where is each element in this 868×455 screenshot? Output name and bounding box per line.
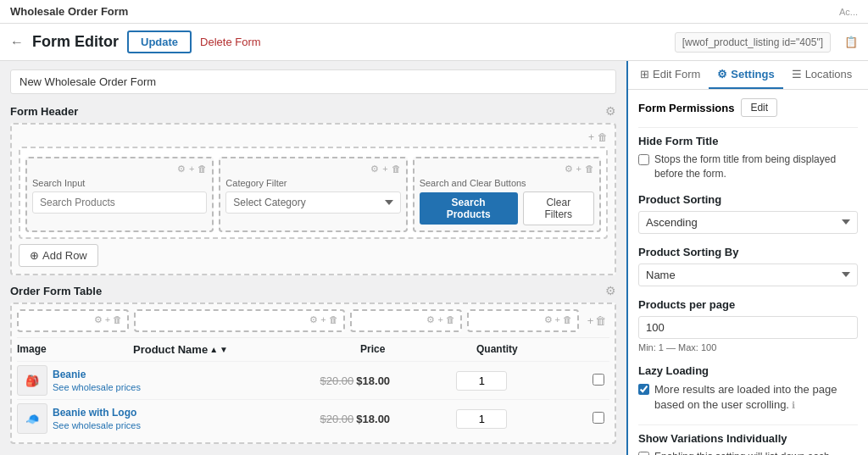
wholesale-link-1[interactable]: See wholesale prices [53, 420, 141, 430]
settings-tab-label: Settings [731, 68, 774, 80]
category-filter-select[interactable]: Select Category [225, 191, 400, 214]
table-col-controls-row: ⚙ + 🗑 ⚙ + 🗑 ⚙ [17, 309, 609, 332]
buttons-col-delete-icon[interactable]: 🗑 [585, 164, 594, 175]
main-layout: Form Header ⚙ + 🗑 ⚙ + [0, 61, 868, 455]
buttons-col-gear-icon[interactable]: ⚙ [565, 164, 573, 175]
search-buttons-label: Search and Clear Buttons [420, 178, 594, 188]
product-price-cell-0: $20.00 $18.00 [320, 375, 452, 387]
form-header-title: Form Header [10, 105, 78, 118]
qty-input-1[interactable] [456, 409, 507, 429]
tab-settings[interactable]: ⚙ Settings [709, 61, 782, 89]
product-sorting-select[interactable]: Ascending Descending [638, 211, 858, 234]
sort-desc-icon[interactable]: ▼ [220, 345, 228, 354]
order-table-title: Order Form Table [10, 285, 102, 297]
order-table-gear-icon[interactable]: ⚙ [605, 284, 616, 297]
category-col-controls: ⚙ + 🗑 [225, 164, 400, 175]
back-button[interactable]: ← [10, 35, 24, 50]
buttons-col-controls: ⚙ + 🗑 [420, 164, 594, 175]
search-input-column: ⚙ + 🗑 Search Input [25, 157, 214, 232]
product-checkbox-0[interactable] [593, 374, 604, 386]
product-qty-cell-1 [456, 409, 587, 429]
lazy-loading-label: Lazy Loading [638, 364, 858, 377]
add-col-plus: + [587, 314, 594, 327]
add-col-btn[interactable]: + 🗑 [584, 309, 609, 332]
add-row-plus-icon: ⊕ [30, 249, 39, 262]
qty-input-0[interactable] [456, 371, 507, 391]
page-title: Form Editor [32, 33, 119, 51]
search-products-button[interactable]: Search Products [420, 192, 518, 225]
category-col-delete-icon[interactable]: 🗑 [392, 164, 401, 175]
product-name-cell-0: Beanie See wholesale prices [53, 368, 315, 393]
shortcode-display: [wwof_product_listing id="405"] [675, 32, 831, 53]
price-col-add[interactable]: + [437, 314, 442, 325]
category-col-add-icon[interactable]: + [382, 164, 387, 175]
wholesale-link-0[interactable]: See wholesale prices [53, 382, 141, 392]
products-per-page-label: Products per page [638, 298, 858, 311]
right-panel: ⊞ Edit Form ⚙ Settings ☰ Locations Form … [626, 61, 868, 455]
lazy-loading-checkbox[interactable] [638, 384, 649, 395]
price-col-gear[interactable]: ⚙ [426, 314, 435, 325]
update-button[interactable]: Update [127, 31, 192, 53]
qty-col-gear[interactable]: ⚙ [544, 314, 553, 325]
products-per-page-input[interactable] [638, 316, 858, 339]
delete-form-button[interactable]: Delete Form [200, 36, 261, 48]
products-per-page-section: Products per page Min: 1 — Max: 100 [638, 298, 858, 352]
tab-edit-form[interactable]: ⊞ Edit Form [632, 61, 709, 89]
settings-tab-icon: ⚙ [717, 68, 727, 80]
product-link-1[interactable]: Beanie with Logo [53, 407, 136, 419]
qty-col-add[interactable]: + [555, 314, 560, 325]
form-header-gear-icon[interactable]: ⚙ [605, 104, 616, 118]
settings-content: Form Permissions Edit Hide Form Title St… [628, 90, 868, 455]
sort-asc-icon[interactable]: ▲ [209, 345, 218, 354]
search-buttons-group: Search Products Clear Filters [420, 191, 594, 225]
img-col-add[interactable]: + [105, 314, 110, 325]
search-products-input[interactable] [32, 191, 207, 214]
product-qty-cell-0 [456, 371, 587, 391]
show-variations-checkbox[interactable] [638, 452, 649, 455]
lazy-loading-info-icon[interactable]: ℹ [792, 400, 795, 410]
name-col-gear[interactable]: ⚙ [309, 314, 318, 325]
name-col-ctrl: ⚙ + 🗑 [134, 309, 344, 332]
product-sorting-by-label: Product Sorting By [638, 246, 858, 258]
product-link-0[interactable]: Beanie [53, 369, 86, 380]
img-col-del[interactable]: 🗑 [113, 314, 122, 325]
row-add-col-icon[interactable]: + [588, 131, 594, 143]
tabs-row: ⊞ Edit Form ⚙ Settings ☰ Locations [628, 61, 868, 90]
search-col-delete-icon[interactable]: 🗑 [198, 164, 207, 175]
hide-form-title-checkbox[interactable] [638, 154, 649, 165]
hide-form-title-section: Hide Form Title Stops the form title fro… [638, 135, 858, 181]
product-checkbox-1[interactable] [593, 412, 604, 424]
edit-form-tab-icon: ⊞ [640, 68, 649, 80]
product-check-1[interactable] [593, 412, 609, 426]
price-col-del[interactable]: 🗑 [446, 314, 455, 325]
table-header-row: Image Product Name ▲ ▼ Price Quantity [17, 337, 609, 356]
form-rows-area: + 🗑 ⚙ + 🗑 Search Input [10, 123, 616, 275]
quantity-th: Quantity [476, 343, 587, 356]
search-input-label: Search Input [32, 178, 207, 188]
divider-1 [638, 127, 858, 128]
show-variations-row: Enabling this setting will list down eac… [638, 450, 858, 455]
tab-locations[interactable]: ☰ Locations [783, 61, 861, 89]
form-name-input[interactable] [10, 69, 616, 94]
show-variations-section: Show Variations Individually Enabling th… [638, 432, 858, 455]
image-th: Image [17, 343, 128, 356]
search-buttons-column: ⚙ + 🗑 Search and Clear Buttons Search Pr… [413, 157, 601, 232]
qty-col-del[interactable]: 🗑 [563, 314, 572, 325]
search-col-gear-icon[interactable]: ⚙ [177, 164, 186, 175]
copy-shortcode-icon[interactable]: 📋 [844, 36, 858, 48]
category-col-gear-icon[interactable]: ⚙ [370, 164, 379, 175]
product-sorting-section: Product Sorting Ascending Descending [638, 193, 858, 234]
product-sorting-by-select[interactable]: Name Price Date [638, 264, 858, 286]
name-col-add[interactable]: + [320, 314, 326, 325]
search-col-add-icon[interactable]: + [189, 164, 194, 175]
show-variations-desc: Enabling this setting will list down eac… [654, 450, 858, 455]
img-col-gear[interactable]: ⚙ [94, 314, 103, 325]
add-col-del[interactable]: 🗑 [595, 314, 606, 327]
row-delete-icon[interactable]: 🗑 [598, 131, 608, 143]
buttons-col-add-icon[interactable]: + [576, 164, 581, 175]
product-check-0[interactable] [593, 374, 609, 388]
add-row-button[interactable]: ⊕ Add Row [19, 244, 98, 267]
name-col-del[interactable]: 🗑 [329, 314, 338, 325]
edit-permissions-button[interactable]: Edit [741, 98, 777, 117]
clear-filters-button[interactable]: Clear Filters [523, 191, 594, 225]
